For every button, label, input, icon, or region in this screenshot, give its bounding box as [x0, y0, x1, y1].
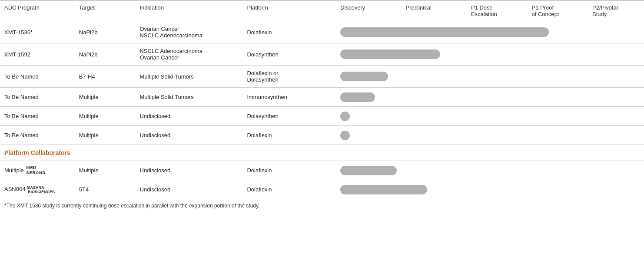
- col-header-indication: Indication: [135, 0, 242, 21]
- cell-indication-collab: Undisclosed: [135, 180, 242, 199]
- emd-logo: EMDSEROND: [26, 165, 46, 175]
- section-header-row: Platform Collaborators: [0, 145, 644, 161]
- cell-platform: Dolaflexin: [242, 126, 336, 145]
- col-header-target: Target: [75, 0, 136, 21]
- cell-timeline: [336, 21, 644, 43]
- progress-bar: [340, 49, 440, 59]
- cell-platform: Dolasynthen: [242, 43, 336, 66]
- cell-target: B7-H4: [75, 66, 136, 88]
- cell-indication: Undisclosed: [135, 107, 242, 126]
- cell-timeline: [336, 43, 644, 66]
- cell-timeline-collab: [336, 180, 644, 199]
- cell-platform: Dolaflexin: [242, 21, 336, 43]
- cell-program: To Be Named: [0, 126, 75, 145]
- cell-program-collab: ASN004⊙ASANA BIOSCIENCES: [0, 180, 75, 199]
- cell-indication: NSCLC AdenocarcinomaOvarian Cancer: [135, 43, 242, 66]
- table-row: To Be NamedMultipleUndisclosedDolasynthe…: [0, 107, 644, 126]
- cell-platform-collab: Dolaflexin: [242, 180, 336, 199]
- cell-target-collab: 5T4: [75, 180, 136, 199]
- cell-target: Multiple: [75, 88, 136, 107]
- progress-bar-collab: [340, 185, 427, 194]
- cell-target: Multiple: [75, 107, 136, 126]
- cell-timeline: [336, 126, 644, 145]
- progress-bar-collab: [340, 166, 397, 175]
- progress-dot: [340, 131, 350, 140]
- program-text: Multiple: [4, 167, 25, 174]
- cell-program: To Be Named: [0, 66, 75, 88]
- cell-timeline: [336, 88, 644, 107]
- col-header-p2: P2/PivotalStudy: [588, 0, 644, 21]
- cell-program-collab: Multiple EMDSEROND: [0, 161, 75, 180]
- cell-platform-collab: Dolaflexin: [242, 161, 336, 180]
- col-header-program: ADC Program: [0, 0, 75, 21]
- table-row-collab: Multiple EMDSERONDMultipleUndisclosedDol…: [0, 161, 644, 180]
- cell-program: To Be Named: [0, 88, 75, 107]
- progress-bar: [340, 27, 549, 37]
- progress-bar: [340, 72, 388, 81]
- cell-platform: Immunosynthen: [242, 88, 336, 107]
- pipeline-table-wrapper: ADC Program Target Indication Platform D…: [0, 0, 644, 213]
- table-header-row: ADC Program Target Indication Platform D…: [0, 0, 644, 21]
- col-header-p1dose: P1 DoseEscalation: [467, 0, 528, 21]
- table-row: To Be NamedMultipleUndisclosedDolaflexin: [0, 126, 644, 145]
- cell-indication: Ovarian CancerNSCLC Adenocarcinoma: [135, 21, 242, 43]
- cell-target-collab: Multiple: [75, 161, 136, 180]
- progress-bar: [340, 92, 375, 102]
- cell-target: NaPi2b: [75, 21, 136, 43]
- col-header-discovery: Discovery: [336, 0, 401, 21]
- cell-indication: Undisclosed: [135, 126, 242, 145]
- cell-indication: Multiple Solid Tumors: [135, 66, 242, 88]
- table-row: XMT-1592NaPi2bNSCLC AdenocarcinomaOvaria…: [0, 43, 644, 66]
- footnote: *The XMT-1536 study is currently continu…: [0, 199, 644, 213]
- cell-indication-collab: Undisclosed: [135, 161, 242, 180]
- cell-program: XMT-1536*: [0, 21, 75, 43]
- progress-dot: [340, 112, 350, 121]
- asana-logo: ⊙ASANA BIOSCIENCES: [27, 185, 55, 194]
- cell-program: XMT-1592: [0, 43, 75, 66]
- table-row: To Be NamedMultipleMultiple Solid Tumors…: [0, 88, 644, 107]
- cell-timeline: [336, 66, 644, 88]
- cell-timeline-collab: [336, 161, 644, 180]
- cell-target: NaPi2b: [75, 43, 136, 66]
- cell-program: To Be Named: [0, 107, 75, 126]
- cell-target: Multiple: [75, 126, 136, 145]
- col-header-p1proof: P1 Proofof Concept: [527, 0, 588, 21]
- table-row: To Be NamedB7-H4Multiple Solid TumorsDol…: [0, 66, 644, 88]
- pipeline-table: ADC Program Target Indication Platform D…: [0, 0, 644, 199]
- table-row: XMT-1536*NaPi2bOvarian CancerNSCLC Adeno…: [0, 21, 644, 43]
- table-row-collab: ASN004⊙ASANA BIOSCIENCES5T4UndisclosedDo…: [0, 180, 644, 199]
- cell-timeline: [336, 107, 644, 126]
- program-text: ASN004: [4, 186, 25, 192]
- section-header-label: Platform Collaborators: [0, 145, 644, 161]
- col-header-preclinical: Preclinical: [402, 0, 467, 21]
- col-header-platform: Platform: [242, 0, 336, 21]
- cell-indication: Multiple Solid Tumors: [135, 88, 242, 107]
- cell-platform: Dolaflexin orDolasynthen: [242, 66, 336, 88]
- cell-platform: Dolasynthen: [242, 107, 336, 126]
